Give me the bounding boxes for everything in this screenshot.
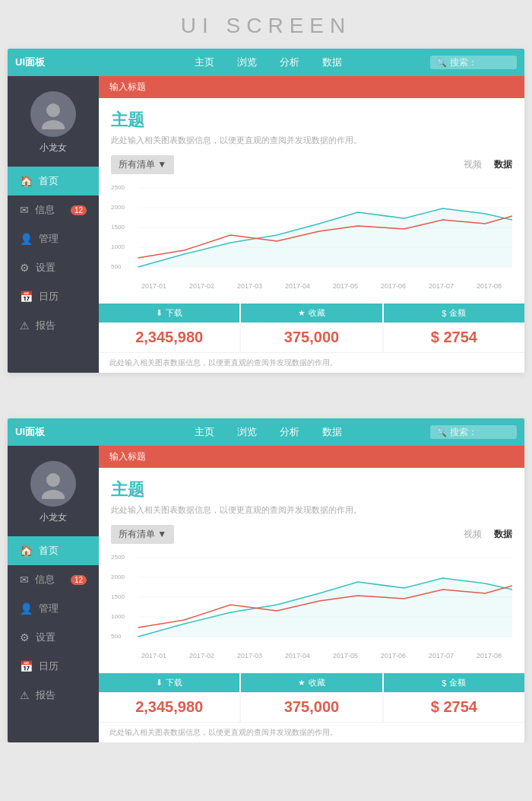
tab-data[interactable]: 数据 — [494, 158, 512, 171]
svg-text:1000: 1000 — [111, 243, 125, 250]
username-label: 小龙女 — [40, 141, 67, 154]
content-toolbar: 所有清单 ▼ 视频 数据 — [111, 155, 512, 174]
tab-data-2[interactable]: 数据 — [494, 528, 512, 541]
chart-container: 2500 2000 1500 1000 500 — [111, 182, 512, 281]
sidebar-item-report-2[interactable]: ⚠ 报告 — [8, 681, 99, 710]
warning-icon: ⚠ — [20, 319, 30, 332]
svg-text:1500: 1500 — [111, 593, 125, 600]
messages-badge-2: 12 — [71, 575, 87, 585]
svg-text:2500: 2500 — [111, 184, 125, 191]
svg-marker-12 — [138, 208, 512, 267]
stat-header-favorites-2: ★ 收藏 — [241, 673, 382, 692]
sidebar-report-label-2: 报告 — [36, 688, 55, 702]
sidebar-manage-label-2: 管理 — [39, 602, 59, 615]
stat-header-amount: $ 金额 — [384, 304, 524, 323]
main-layout: 小龙女 🏠 首页 ✉ 信息 12 👤 管理 ⚙ 设置 — [8, 76, 524, 373]
star-icon-2: ★ — [298, 678, 306, 688]
stat-header-download-2: ⬇ 下载 — [99, 673, 239, 692]
stat-value-amount-2: $ 2754 — [384, 698, 524, 716]
stat-value-favorites: 375,000 — [241, 329, 382, 346]
sidebar-item-settings[interactable]: ⚙ 设置 — [8, 253, 99, 282]
chart-x-labels-2: 2017-01 2017-02 2017-03 2017-04 2017-05 … — [111, 650, 512, 663]
sidebar-item-calendar-2[interactable]: 📅 日历 — [8, 652, 99, 681]
nav-item-home-2[interactable]: 主页 — [195, 425, 214, 439]
sidebar-item-messages-2[interactable]: ✉ 信息 12 — [8, 565, 99, 594]
brand-label: UI面板 — [15, 56, 106, 69]
x-label-1: 2017-01 — [141, 282, 166, 290]
sidebar-settings-label: 设置 — [36, 261, 55, 275]
user-icon-2: 👤 — [20, 602, 33, 615]
search-input-2[interactable] — [450, 427, 511, 437]
sidebar-item-calendar[interactable]: 📅 日历 — [8, 282, 99, 311]
top-nav: UI面板 主页 浏览 分析 数据 🔍 — [8, 49, 524, 76]
stat-label-amount-2: 金额 — [449, 677, 466, 688]
sidebar-settings-label-2: 设置 — [36, 631, 55, 644]
nav-item-browse-2[interactable]: 浏览 — [237, 425, 257, 439]
nav-menu: 主页 浏览 分析 数据 — [106, 56, 430, 69]
content-desc: 此处输入相关图表数据信息，以便更直观的查阅并发现数据的作用。 — [111, 135, 512, 146]
stat-card-amount: $ 金额 $ 2754 — [384, 304, 524, 352]
sidebar-item-manage[interactable]: 👤 管理 — [8, 224, 99, 253]
svg-marker-25 — [138, 578, 512, 637]
x-label-6-2: 2017-06 — [381, 652, 406, 660]
dropdown-button[interactable]: 所有清单 ▼ — [111, 155, 174, 174]
stats-row: ⬇ 下载 2,345,980 ★ 收藏 375,000 — [99, 304, 524, 352]
stat-value-download-2: 2,345,980 — [99, 698, 239, 716]
sidebar-item-settings-2[interactable]: ⚙ 设置 — [8, 623, 99, 652]
nav-menu-2: 主页 浏览 分析 数据 — [106, 425, 430, 439]
content-area-2: 输入标题 主题 此处输入相关图表数据信息，以便更直观的查阅并发现数据的作用。 所… — [99, 446, 524, 742]
stat-label-amount: 金额 — [449, 307, 466, 319]
svg-text:1500: 1500 — [111, 224, 125, 230]
brand-label-2: UI面板 — [15, 425, 106, 439]
sidebar-item-home[interactable]: 🏠 首页 — [8, 167, 99, 195]
tab-video[interactable]: 视频 — [464, 158, 482, 171]
svg-point-13 — [46, 473, 60, 487]
page-title: UI SCREEN — [0, 0, 532, 49]
avatar-2 — [30, 461, 76, 507]
content-title-2: 主题 — [111, 478, 512, 501]
sidebar-messages-label: 信息 — [35, 203, 55, 217]
content-footer: 此处输入相关图表数据信息，以便更直观的查阅并发现数据的作用。 — [99, 352, 524, 373]
sidebar-calendar-label: 日历 — [39, 290, 59, 304]
content-area: 输入标题 主题 此处输入相关图表数据信息，以便更直观的查阅并发现数据的作用。 所… — [99, 76, 524, 373]
sidebar-item-manage-2[interactable]: 👤 管理 — [8, 594, 99, 623]
stat-body-download: 2,345,980 — [99, 323, 239, 352]
warning-icon-2: ⚠ — [20, 689, 30, 701]
sidebar-item-report[interactable]: ⚠ 报告 — [8, 311, 99, 340]
messages-badge: 12 — [71, 205, 87, 215]
search-area[interactable]: 🔍 — [430, 56, 517, 69]
sidebar-menu: 🏠 首页 ✉ 信息 12 👤 管理 ⚙ 设置 📅 — [8, 167, 99, 340]
nav-item-browse[interactable]: 浏览 — [237, 56, 257, 69]
tab-video-2[interactable]: 视频 — [464, 528, 482, 541]
gear-icon: ⚙ — [20, 262, 30, 274]
nav-item-data[interactable]: 数据 — [322, 56, 342, 69]
stat-label-download-2: 下载 — [166, 677, 182, 688]
nav-item-analyze-2[interactable]: 分析 — [280, 425, 299, 439]
sidebar-home-label: 首页 — [39, 174, 59, 188]
nav-item-home[interactable]: 主页 — [195, 56, 214, 69]
search-area-2[interactable]: 🔍 — [430, 425, 517, 439]
svg-point-0 — [46, 103, 60, 117]
content-body-2: 主题 此处输入相关图表数据信息，以便更直观的查阅并发现数据的作用。 所有清单 ▼… — [99, 468, 524, 673]
content-body: 主题 此处输入相关图表数据信息，以便更直观的查阅并发现数据的作用。 所有清单 ▼… — [99, 98, 524, 304]
stat-card-download-2: ⬇ 下载 2,345,980 — [99, 673, 239, 722]
nav-item-data-2[interactable]: 数据 — [322, 425, 342, 439]
dropdown-button-2[interactable]: 所有清单 ▼ — [111, 525, 174, 544]
nav-item-analyze[interactable]: 分析 — [280, 56, 299, 69]
calendar-icon: 📅 — [20, 291, 33, 303]
sidebar-messages-label-2: 信息 — [35, 573, 55, 586]
content-header: 输入标题 — [99, 76, 524, 98]
x-label-3: 2017-03 — [237, 282, 262, 290]
stat-label-favorites: 收藏 — [309, 307, 325, 319]
download-icon: ⬇ — [156, 308, 163, 318]
search-input[interactable] — [450, 57, 511, 68]
content-toolbar-2: 所有清单 ▼ 视频 数据 — [111, 525, 512, 544]
x-label-5-2: 2017-05 — [333, 652, 358, 660]
sidebar-item-messages[interactable]: ✉ 信息 12 — [8, 195, 99, 224]
dollar-icon: $ — [442, 309, 446, 318]
svg-text:500: 500 — [111, 263, 122, 270]
stat-body-amount: $ 2754 — [384, 323, 524, 352]
sidebar-item-home-2[interactable]: 🏠 首页 — [8, 536, 99, 565]
x-label-4-2: 2017-04 — [285, 652, 310, 660]
home-icon: 🏠 — [20, 175, 33, 187]
